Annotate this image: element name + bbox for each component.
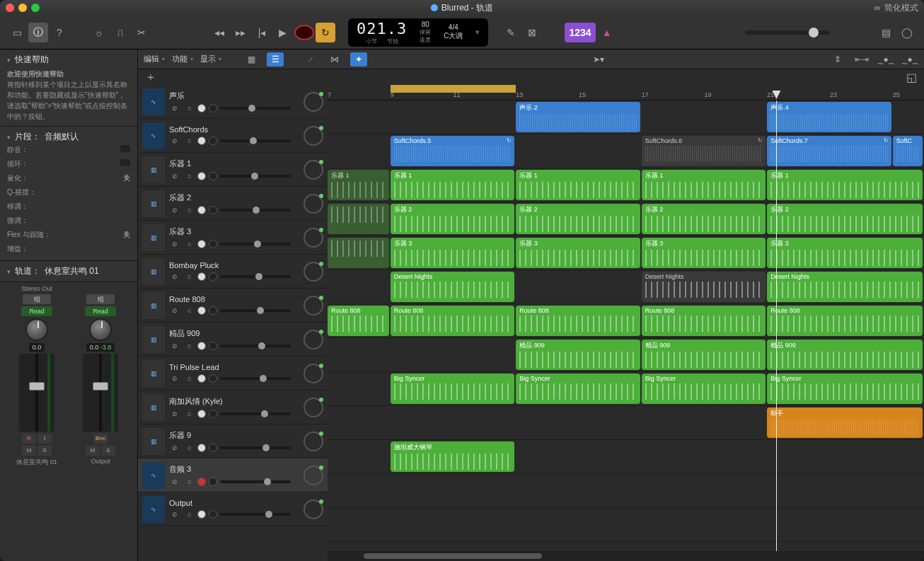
mute-icon[interactable]: ⊘ (169, 374, 180, 383)
func-menu[interactable]: 功能 (172, 54, 193, 64)
library-button[interactable]: ▭ (7, 23, 27, 42)
region-row[interactable]: Desert NightsDesert NightsDesert Nights (328, 270, 924, 304)
region[interactable]: 乐器 1 (767, 170, 923, 200)
automation-knob[interactable] (304, 398, 323, 417)
region[interactable]: Desert Nights (642, 272, 766, 302)
region[interactable]: 乐器 3 (391, 238, 514, 268)
track-header[interactable]: ∿ 声乐 ⊘ ♫ (138, 85, 328, 119)
track-name[interactable]: 乐器 1 (169, 158, 299, 169)
region-header[interactable]: 片段：音频默认 (7, 131, 130, 143)
region[interactable]: 乐器 2 (642, 204, 766, 234)
lcd-tempo[interactable]: 80 (422, 21, 429, 28)
automation-knob[interactable] (304, 499, 323, 519)
track-volume-slider[interactable] (220, 377, 291, 380)
add-track-button[interactable]: ＋ (144, 71, 158, 83)
region[interactable]: 声乐.2 (516, 102, 640, 132)
region[interactable]: Desert Nights (391, 272, 514, 302)
headphone-icon[interactable]: ♫ (183, 477, 195, 487)
automation-knob[interactable] (304, 262, 323, 282)
solo-button[interactable]: S (101, 446, 115, 456)
headphone-icon[interactable]: ♫ (183, 306, 195, 316)
timeline[interactable]: 791113151719212325 声乐.2声乐.4SoftChords.5↻… (328, 85, 924, 561)
region[interactable]: Route 808 (516, 306, 640, 336)
input-dot[interactable] (209, 478, 217, 486)
region[interactable]: 乐器 1 (328, 170, 389, 200)
group-button[interactable]: 组 (86, 294, 115, 304)
mute-icon[interactable]: ⊘ (169, 306, 180, 316)
record-dot[interactable] (197, 240, 206, 248)
track-header[interactable]: ▥ Route 808 ⊘ ♫ (138, 289, 328, 323)
solo-button[interactable]: S (37, 446, 52, 456)
headphone-icon[interactable]: ♫ (183, 171, 195, 181)
pointer-tool[interactable]: ➤▾ (590, 52, 607, 66)
region-row[interactable] (328, 508, 924, 542)
input-dot[interactable] (209, 206, 217, 214)
region[interactable]: SoftC (893, 136, 923, 166)
region[interactable]: 乐器 2 (767, 204, 923, 234)
track-name[interactable]: 乐器 2 (169, 192, 299, 203)
headphone-icon[interactable]: ♫ (183, 443, 195, 453)
automation-knob[interactable] (304, 364, 323, 383)
automation-knob[interactable] (304, 194, 323, 214)
region-row[interactable]: Route 808Route 808Route 808Route 808Rout… (328, 304, 924, 338)
track-header[interactable]: ▥ 南加风情 (Kyle) ⊘ ♫ (138, 391, 328, 424)
mute-icon[interactable]: ⊘ (169, 509, 180, 519)
region[interactable]: 乐器 1 (391, 170, 514, 200)
lcd-position[interactable]: 021.3 (357, 20, 407, 37)
loops-button[interactable]: ◯ (897, 23, 917, 42)
input-dot[interactable] (209, 444, 217, 452)
input-dot[interactable] (209, 104, 217, 112)
lcd-key[interactable]: C大调 (444, 31, 463, 41)
headphone-icon[interactable]: ♫ (183, 409, 195, 419)
vzoom-icon[interactable]: ⇕ (829, 52, 846, 66)
input-dot[interactable] (209, 510, 217, 519)
mute-icon[interactable]: ⊘ (169, 205, 180, 215)
region[interactable]: SoftChords.6↻ (642, 136, 766, 166)
playhead[interactable] (776, 100, 777, 551)
region[interactable]: SoftChords.7↻ (767, 136, 891, 166)
loop-checkbox[interactable] (120, 159, 130, 166)
flex-menu[interactable]: 关 (123, 230, 130, 240)
track-volume-slider[interactable] (220, 107, 291, 110)
tuner-button[interactable]: ✎ (501, 23, 521, 42)
scissors-icon[interactable]: ✂ (132, 23, 151, 42)
region[interactable] (328, 238, 389, 268)
record-dot[interactable] (197, 272, 206, 281)
region[interactable]: 声乐.4 (767, 102, 891, 132)
record-dot[interactable] (197, 510, 206, 519)
toolbox-button[interactable]: ☼ (89, 23, 109, 42)
track-name[interactable]: 音频 3 (169, 464, 299, 475)
region[interactable]: Route 808 (767, 306, 923, 336)
region[interactable]: 乐器 1 (642, 170, 766, 200)
automation-icon[interactable]: ⟋ (302, 52, 319, 66)
mute-icon[interactable]: ⊘ (169, 477, 180, 487)
region[interactable]: 精品 909 (516, 340, 640, 370)
view-menu[interactable]: 显示 (200, 54, 221, 64)
track-name[interactable]: 精品 909 (169, 328, 299, 339)
cycle-range[interactable] (391, 85, 516, 93)
db-value[interactable]: 0.0 (29, 343, 45, 352)
track-header[interactable]: ▥ 乐器 1 ⊘ ♫ (138, 153, 328, 187)
record-dot[interactable] (197, 137, 206, 145)
track-name[interactable]: SoftChords (169, 125, 299, 134)
track-header[interactable]: ∿ SoftChords ⊘ ♫ (138, 119, 328, 153)
region[interactable]: 乐器 1 (516, 170, 640, 200)
vzoom-slider[interactable]: ⎯●⎯ (877, 52, 894, 66)
headphone-icon[interactable]: ♫ (183, 136, 195, 146)
help-button[interactable]: ? (50, 23, 69, 42)
track-name[interactable]: Output (169, 499, 299, 507)
record-dot[interactable] (197, 410, 206, 418)
region[interactable]: 乐器 3 (767, 238, 923, 268)
bounce-button[interactable]: Bnc (93, 434, 108, 444)
region[interactable]: Big Syncer (391, 374, 514, 404)
grid-view-icon[interactable]: ▦ (243, 52, 260, 66)
region-row[interactable]: SoftChords.5↻SoftChords.6↻SoftChords.7↻S… (328, 134, 924, 168)
region[interactable]: 精品 909 (642, 340, 766, 370)
region-row[interactable]: 乐器 2乐器 2乐器 2乐器 2 (328, 202, 924, 236)
mute-icon[interactable]: ⊘ (169, 103, 180, 113)
track-name[interactable]: Bombay Pluck (169, 261, 299, 270)
rewind-button[interactable]: ◂◂ (209, 23, 229, 42)
track-header[interactable]: ∿ 音频 3 ⊘ ♫ (138, 458, 328, 492)
ruler[interactable]: 791113151719212325 (328, 85, 924, 100)
hfit-icon[interactable]: ⇤⇥ (853, 52, 870, 66)
